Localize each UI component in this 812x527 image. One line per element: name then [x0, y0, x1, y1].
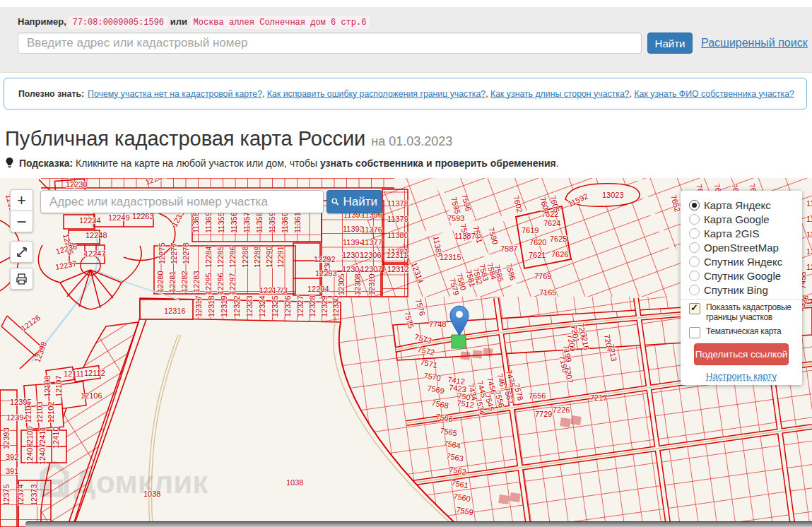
parcel-label[interactable]: 12292	[314, 255, 336, 264]
parcel-label[interactable]: 1038	[286, 478, 303, 487]
parcel-label[interactable]: 7593	[447, 214, 464, 223]
parcel-label[interactable]: 12310	[367, 273, 376, 295]
parcel-label[interactable]: 12316	[164, 307, 186, 315]
parcel-label[interactable]: 12312	[387, 265, 409, 273]
parcel-label[interactable]: 7226	[553, 405, 570, 414]
parcel-label[interactable]: 12108	[43, 375, 52, 397]
parcel-label[interactable]: 12294	[307, 285, 329, 293]
zoom-out-button[interactable]: −	[10, 211, 33, 232]
parcel-label[interactable]: 7619	[522, 226, 539, 235]
parcel-label[interactable]: 11376	[361, 225, 382, 234]
parcel-label[interactable]: 12288	[241, 246, 249, 268]
parcel-label[interactable]: 11378	[387, 199, 408, 208]
useful-link-3[interactable]: Как узнать длины сторон участка?	[490, 89, 630, 99]
parcel-label[interactable]: 12408	[25, 443, 34, 465]
parcel-label[interactable]: 7729	[535, 410, 552, 418]
parcel-label[interactable]: 12249	[108, 213, 130, 222]
parcel-label[interactable]: 12104	[24, 401, 33, 423]
parcel-label[interactable]: 12286	[228, 246, 237, 268]
layer-option-5[interactable]: Спутник Яндекс	[689, 254, 794, 268]
parcel-label[interactable]: 7217	[590, 393, 607, 402]
radio-icon[interactable]	[689, 271, 700, 281]
radio-icon[interactable]	[689, 228, 700, 239]
parcel-label[interactable]: 13023	[602, 191, 624, 199]
print-button[interactable]	[10, 268, 33, 290]
parcel-label[interactable]: 7165	[539, 288, 556, 297]
parcel-label[interactable]: 12317	[194, 295, 203, 317]
parcel-label[interactable]: 11361	[293, 212, 302, 233]
parcel-label[interactable]: 12319	[220, 295, 228, 317]
parcel-label[interactable]: 113	[806, 199, 812, 208]
parcel-label[interactable]: 12323	[245, 295, 254, 317]
parcel-label[interactable]: 113	[806, 230, 812, 239]
parcel-label[interactable]: 11358	[255, 212, 264, 233]
parcel-label[interactable]: 12373	[30, 484, 38, 506]
parcel-label[interactable]: 11377	[361, 238, 382, 247]
layer-option-1[interactable]: Карта Яндекс	[689, 198, 794, 212]
parcel-label[interactable]: 12327	[296, 295, 305, 317]
layer-option-3[interactable]: Карта 2GIS	[689, 226, 794, 240]
parcel-label[interactable]: 11360	[281, 212, 289, 233]
parcel-label[interactable]: 11380	[387, 231, 408, 239]
parcel-label[interactable]: 12293	[315, 269, 337, 278]
parcel-label[interactable]: 12102	[47, 401, 55, 423]
parcel-label[interactable]: 12248	[86, 231, 107, 239]
layer-option-7[interactable]: Спутник Bing	[689, 283, 794, 297]
parcel-label[interactable]: 12247	[84, 249, 106, 258]
useful-link-2[interactable]: Как исправить ошибку расположения границ…	[267, 89, 486, 99]
layer-option-2[interactable]: Карта Google	[689, 212, 794, 226]
configure-map-link[interactable]: Настроить карту	[689, 371, 794, 381]
useful-link-1[interactable]: Почему участка нет на кадастровой карте?	[88, 89, 262, 99]
parcel-label[interactable]: 12289	[253, 246, 261, 268]
parcel-label[interactable]: 12285	[216, 246, 225, 268]
parcel-label[interactable]: 11356	[230, 212, 238, 233]
parcel-label[interactable]: 7625	[550, 235, 567, 243]
selected-parcel[interactable]	[452, 335, 466, 348]
parcel-label[interactable]: 123	[806, 263, 812, 271]
parcel-label[interactable]: 7656	[529, 391, 546, 400]
parcel-label[interactable]: 12307	[360, 265, 382, 273]
zoom-in-button[interactable]: +	[10, 189, 33, 211]
parcel-label[interactable]: 12328	[308, 295, 317, 317]
parcel-label[interactable]: 12106	[81, 391, 102, 400]
parcel-label[interactable]: 12291	[276, 246, 285, 268]
main-search-button[interactable]: Найти	[647, 32, 693, 54]
parcel-label[interactable]: 123	[806, 247, 812, 256]
parcel-label[interactable]: 7621	[529, 251, 546, 259]
parcel-label[interactable]: 12277	[170, 242, 178, 264]
radio-icon[interactable]	[689, 242, 700, 253]
parcel-label[interactable]: 12217/3	[259, 286, 288, 295]
parcel-label[interactable]: 12375	[2, 484, 11, 506]
map-option-2[interactable]: Тематическая карта	[689, 327, 794, 338]
parcel-label[interactable]: 7620	[529, 238, 546, 247]
parcel-label[interactable]: 11357	[242, 212, 251, 233]
cadastral-map[interactable]: Домклик 12230122641223412249122631224812…	[0, 178, 812, 527]
parcel-label[interactable]: 11387	[454, 232, 476, 240]
parcel-label[interactable]: 12324	[258, 295, 266, 317]
parcel-label[interactable]: 12326	[283, 295, 292, 317]
parcel-label[interactable]: 11359	[268, 212, 276, 233]
radio-icon[interactable]	[689, 200, 700, 211]
parcel-label[interactable]: 12275	[158, 242, 166, 264]
parcel-label[interactable]: 11355	[217, 212, 225, 233]
parcel-label[interactable]: 12290	[265, 246, 273, 268]
parcel-label[interactable]: 12325	[271, 295, 279, 317]
share-link-button[interactable]: Поделиться ссылкой	[694, 343, 789, 365]
checkbox-icon[interactable]	[689, 327, 700, 338]
parcel-label[interactable]: 11368	[192, 212, 200, 233]
parcel-label[interactable]: 1038	[143, 490, 160, 498]
parcel-label[interactable]: 12407	[38, 443, 47, 465]
parcel-label[interactable]: 12296	[216, 273, 225, 295]
parcel-label[interactable]: 12281	[168, 271, 177, 292]
parcel-label[interactable]: 11369	[204, 212, 213, 233]
map-search-button[interactable]: Найти	[326, 190, 382, 213]
radio-icon[interactable]	[689, 256, 700, 267]
parcel-label[interactable]: 12103	[35, 401, 44, 423]
parcel-label[interactable]: 12306	[360, 251, 382, 259]
parcel-label[interactable]: 392	[6, 453, 18, 461]
parcel-label[interactable]: 12297	[228, 273, 237, 295]
parcel-label[interactable]: 113	[806, 215, 812, 223]
parcel-label[interactable]: 12234	[79, 216, 101, 225]
advanced-search-link[interactable]: Расширенный поиск	[701, 37, 808, 49]
parcel-label[interactable]: 12295	[204, 273, 213, 295]
